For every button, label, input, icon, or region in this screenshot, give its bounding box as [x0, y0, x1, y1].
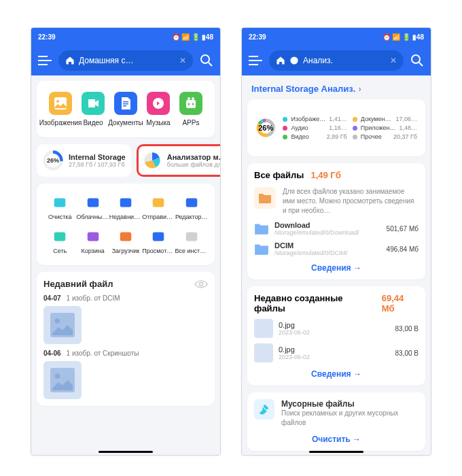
svg-point-25: [200, 282, 203, 286]
category-Видео[interactable]: Видео: [79, 92, 107, 126]
svg-point-27: [55, 318, 60, 324]
folder-icon: [254, 187, 276, 209]
svg-rect-16: [87, 199, 99, 207]
recent-file-row[interactable]: 0.jpg2023-06-0283,00 В: [254, 319, 419, 338]
svg-rect-7: [186, 100, 196, 108]
recent-files-size: 69,44 Мб: [382, 293, 419, 313]
tool-Загрузчик[interactable]: Загрузчик: [109, 224, 142, 258]
svg-point-11: [192, 103, 194, 105]
trash-desc: Поиск рекламных и других мусорных файлов: [281, 409, 419, 428]
image-thumb[interactable]: [43, 306, 82, 344]
all-files-desc: Для всех файлов указано занимаемое ими м…: [283, 187, 419, 216]
svg-rect-15: [54, 199, 66, 207]
tools-card: ОчисткаОблачный…Недавний…Отправите…Редак…: [37, 184, 215, 265]
svg-point-9: [192, 97, 194, 100]
search-icon[interactable]: [200, 54, 213, 67]
details-link[interactable]: Сведения →: [254, 263, 419, 273]
search-icon[interactable]: [410, 54, 424, 67]
chevron-right-icon: ›: [358, 84, 361, 94]
status-bar: 22:39 ⏰ 📶 🔋 ▮48: [31, 28, 220, 46]
analysis-card: 26% Изображе…1,41…Докумен…17,06…Аудио1,1…: [247, 99, 425, 156]
tool-Все инстр…[interactable]: Все инстр…: [175, 224, 208, 258]
svg-rect-22: [120, 233, 132, 241]
trash-title: Мусорные файлы: [281, 399, 419, 409]
breadcrumb[interactable]: Internal Storage Анализ.›: [247, 81, 425, 99]
home-icon: [65, 56, 75, 65]
details-link[interactable]: Сведения →: [254, 369, 419, 379]
storage-donut-icon: 26%: [42, 150, 64, 171]
menu-icon[interactable]: [249, 55, 262, 66]
legend-item: Приложен…1,48…: [353, 124, 417, 131]
legend-item: Прочее20,37 Гб: [353, 133, 417, 140]
all-files-title: Все файлы: [254, 170, 304, 180]
broom-icon: [254, 399, 274, 420]
folder-row[interactable]: Download/storage/emulated/0/Download/501…: [254, 221, 419, 236]
category-Документы[interactable]: Документы: [111, 92, 140, 126]
address-text: Домашняя с…: [79, 56, 133, 65]
svg-point-30: [290, 56, 298, 64]
tool-Очистка[interactable]: Очистка: [43, 190, 76, 224]
svg-rect-24: [186, 233, 198, 241]
phone-right: 22:39⏰ 📶 🔋 ▮48 Анализ. ✕ Internal Storag…: [241, 27, 431, 456]
tool-Отправите…[interactable]: Отправите…: [142, 190, 175, 224]
tool-Сеть[interactable]: Сеть: [43, 224, 76, 258]
close-tab-icon[interactable]: ✕: [390, 56, 397, 65]
tool-Просмотр…[interactable]: Просмотр…: [142, 224, 175, 258]
status-bar: 22:39⏰ 📶 🔋 ▮48: [242, 28, 431, 46]
recent-files-card: Недавно созданные файлы69,44 Мб 0.jpg202…: [247, 286, 425, 386]
category-APPs[interactable]: APPs: [177, 92, 205, 126]
phone-left: 22:39 ⏰ 📶 🔋 ▮48 Домашняя с… ✕ Изображени…: [31, 27, 221, 456]
category-Изображения[interactable]: Изображения: [46, 92, 75, 126]
legend-item: Видео2,89 Гб: [283, 133, 346, 140]
svg-rect-21: [87, 233, 99, 241]
svg-rect-4: [123, 103, 128, 105]
all-files-card: Все файлы1,49 Гб Для всех файлов указано…: [247, 163, 425, 279]
tool-Недавний…[interactable]: Недавний…: [109, 190, 142, 224]
address-bar[interactable]: Домашняя с… ✕: [58, 50, 193, 71]
svg-point-29: [55, 373, 60, 379]
close-tab-icon[interactable]: ✕: [179, 56, 186, 65]
folder-row[interactable]: DCIM/storage/emulated/0/DCIM/496,84 Мб: [254, 241, 419, 256]
categories-card: ИзображенияВидеоДокументыМузыкаAPPs: [37, 81, 215, 137]
recent-group[interactable]: 04-061 изобр. от Скриншоты: [43, 350, 208, 399]
address-text: Анализ.: [303, 56, 333, 65]
image-thumb-small: [254, 319, 273, 338]
recent-card: Недавний файл 04-071 изобр. от DCIM04-06…: [37, 272, 215, 406]
recent-files-title: Недавно созданные файлы: [254, 293, 375, 313]
trash-card: Мусорные файлы Поиск рекламных и других …: [247, 392, 425, 451]
pie-chart-icon: [142, 150, 162, 171]
internal-storage-card[interactable]: 26% Internal Storage27,58 Гб / 107,93 Гб: [37, 144, 131, 177]
svg-point-8: [188, 97, 190, 100]
svg-point-0: [201, 55, 209, 63]
recent-group[interactable]: 04-071 изобр. от DCIM: [43, 294, 208, 344]
svg-point-2: [56, 100, 59, 103]
address-bar[interactable]: Анализ. ✕: [269, 50, 404, 71]
tool-Редактор…[interactable]: Редактор…: [175, 190, 208, 224]
clean-link[interactable]: Очистить →: [254, 435, 419, 444]
legend-item: Докумен…17,06…: [353, 116, 417, 122]
home-indicator[interactable]: [99, 451, 153, 453]
svg-rect-5: [123, 105, 126, 107]
image-thumb[interactable]: [43, 361, 82, 399]
recent-file-row[interactable]: 0.jpg2023-06-0283,00 В: [254, 343, 419, 362]
home-indicator[interactable]: [309, 451, 363, 453]
pie-small-icon: [289, 56, 299, 65]
svg-point-31: [412, 55, 420, 63]
svg-point-10: [188, 103, 190, 105]
svg-rect-17: [120, 199, 132, 207]
svg-rect-18: [153, 199, 164, 207]
app-bar: Анализ. ✕: [242, 46, 431, 75]
legend-item: Изображе…1,41…: [283, 116, 346, 122]
category-Музыка[interactable]: Музыка: [144, 92, 173, 126]
analyzer-card[interactable]: Анализатор м…больше файлов дл…: [137, 144, 220, 177]
svg-rect-20: [54, 233, 66, 241]
home-icon: [276, 56, 285, 65]
svg-rect-19: [186, 199, 198, 207]
app-bar: Домашняя с… ✕: [31, 46, 220, 75]
recent-title: Недавний файл: [43, 279, 113, 289]
analysis-pie-icon: 26%: [255, 109, 276, 147]
menu-icon[interactable]: [38, 55, 52, 66]
tool-Облачный…[interactable]: Облачный…: [76, 190, 109, 224]
tool-Корзина[interactable]: Корзина: [76, 224, 109, 258]
eye-icon[interactable]: [194, 279, 208, 289]
